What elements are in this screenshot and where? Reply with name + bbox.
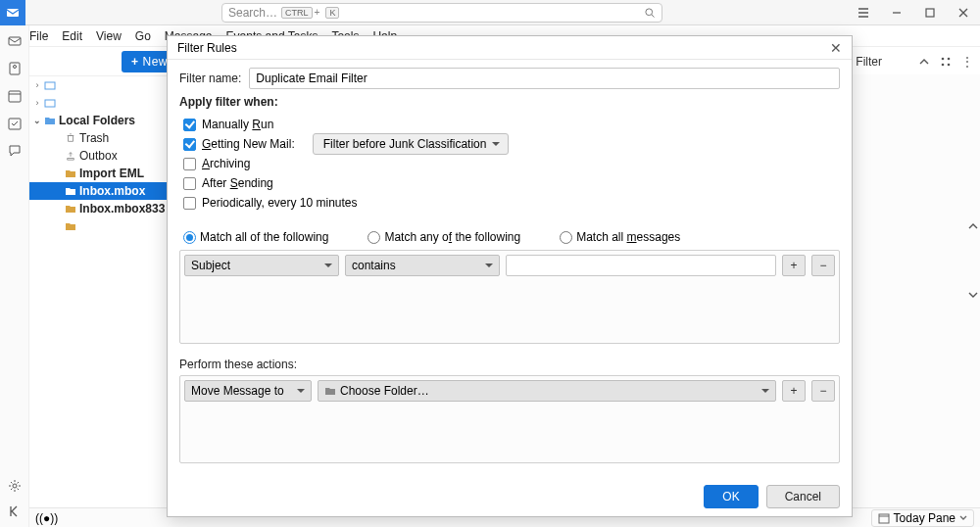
dialog-footer: OK Cancel xyxy=(168,477,852,516)
kbd-ctrl: CTRL xyxy=(281,7,313,19)
mail-space-icon[interactable] xyxy=(7,33,23,49)
tasks-space-icon[interactable] xyxy=(7,116,23,131)
chevron-down-icon xyxy=(761,384,769,398)
radio-match-all[interactable]: Match all of the following xyxy=(183,230,328,244)
menu-file[interactable]: File xyxy=(29,29,48,43)
window-close-button[interactable] xyxy=(947,0,980,25)
add-action-button[interactable]: + xyxy=(782,380,806,402)
menu-edit[interactable]: Edit xyxy=(62,29,82,43)
svg-point-15 xyxy=(13,484,17,488)
chevron-down-icon xyxy=(297,384,305,398)
checkbox-getting-new-mail[interactable] xyxy=(183,138,196,151)
scroll-down-icon[interactable] xyxy=(968,290,978,300)
dialog-close-button[interactable]: ✕ xyxy=(830,40,842,56)
svg-rect-16 xyxy=(45,82,55,89)
hamburger-menu-button[interactable] xyxy=(847,0,880,25)
dialog-titlebar: Filter Rules ✕ xyxy=(168,36,852,60)
today-pane-toggle[interactable]: Today Pane xyxy=(871,509,974,527)
chevron-down-icon xyxy=(324,259,332,272)
menu-view[interactable]: View xyxy=(96,29,122,43)
sync-activity-icon[interactable]: ((●)) xyxy=(35,511,58,525)
spaces-toolbar xyxy=(0,25,29,527)
svg-point-7 xyxy=(942,63,945,66)
search-placeholder: Search… xyxy=(228,6,277,20)
folder-icon xyxy=(65,204,76,214)
settings-space-icon[interactable] xyxy=(7,478,23,494)
label-archiving: Archiving xyxy=(202,157,250,170)
more-icon[interactable]: ⋮ xyxy=(960,55,974,69)
condition-value-input[interactable] xyxy=(506,255,776,276)
actions-container: Move Message to Choose Folder… + − xyxy=(179,375,840,463)
chevron-down-icon xyxy=(485,259,493,272)
label-manually-run: Manually Run xyxy=(202,118,273,131)
svg-rect-18 xyxy=(879,514,889,523)
label-getting-new-mail: Getting New Mail: xyxy=(202,137,295,151)
menu-go[interactable]: Go xyxy=(135,29,151,43)
radio-match-all-messages[interactable]: Match all messages xyxy=(560,230,680,244)
window-maximize-button[interactable] xyxy=(913,0,947,25)
folder-icon xyxy=(324,386,336,396)
grid-icon[interactable] xyxy=(939,55,953,69)
add-condition-button[interactable]: + xyxy=(782,255,806,276)
app-icon xyxy=(0,0,25,25)
collapse-rail-icon[interactable] xyxy=(7,503,23,519)
perform-actions-label: Perform these actions: xyxy=(179,358,840,371)
svg-point-11 xyxy=(13,66,16,69)
svg-rect-0 xyxy=(7,9,19,17)
label-after-sending: After Sending xyxy=(202,176,273,190)
chevron-down-icon xyxy=(959,514,967,522)
filter-name-input[interactable] xyxy=(249,68,840,89)
folder-icon xyxy=(65,221,76,231)
dialog-title: Filter Rules xyxy=(177,41,237,55)
condition-operator-select[interactable]: contains xyxy=(345,255,500,276)
window-minimize-button[interactable] xyxy=(880,0,913,25)
folder-icon xyxy=(65,186,76,196)
filter-rules-dialog: Filter Rules ✕ Filter name: Apply filter… xyxy=(167,35,853,517)
search-icon xyxy=(644,7,656,19)
chat-space-icon[interactable] xyxy=(7,143,23,159)
remove-condition-button[interactable]: − xyxy=(811,255,835,276)
ok-button[interactable]: OK xyxy=(704,485,758,508)
checkbox-manually-run[interactable] xyxy=(183,119,196,131)
timing-select[interactable]: Filter before Junk Classification xyxy=(313,133,510,155)
kbd-k: K xyxy=(325,7,339,19)
calendar-space-icon[interactable] xyxy=(7,88,23,104)
svg-rect-17 xyxy=(45,100,55,107)
outbox-icon xyxy=(65,151,76,161)
calendar-icon xyxy=(878,512,890,524)
folder-icon xyxy=(65,168,76,178)
condition-field-select[interactable]: Subject xyxy=(184,255,339,276)
title-bar: Search… CTRL + K xyxy=(0,0,980,25)
checkbox-periodically[interactable] xyxy=(183,197,196,210)
svg-rect-12 xyxy=(9,91,21,102)
cancel-button[interactable]: Cancel xyxy=(766,485,840,508)
condition-row: Subject contains + − xyxy=(184,255,835,276)
radio-match-any[interactable]: Match any of the following xyxy=(368,230,520,244)
apply-when-label: Apply filter when: xyxy=(179,95,278,109)
collapse-up-button[interactable] xyxy=(917,55,931,69)
chevron-down-icon xyxy=(492,137,500,151)
svg-rect-9 xyxy=(9,37,21,45)
scroll-up-icon[interactable] xyxy=(968,221,978,231)
action-row: Move Message to Choose Folder… + − xyxy=(184,380,835,402)
global-search-input[interactable]: Search… CTRL + K xyxy=(221,3,662,23)
svg-point-1 xyxy=(646,8,653,15)
remove-action-button[interactable]: − xyxy=(811,380,835,402)
trash-icon xyxy=(65,133,76,143)
checkbox-archiving[interactable] xyxy=(183,158,196,170)
svg-point-5 xyxy=(942,57,945,60)
action-folder-select[interactable]: Choose Folder… xyxy=(318,380,776,402)
svg-point-8 xyxy=(948,63,951,66)
address-book-space-icon[interactable] xyxy=(7,61,23,76)
checkbox-after-sending[interactable] xyxy=(183,177,196,190)
plus-icon: + xyxy=(131,55,139,69)
svg-point-6 xyxy=(948,57,951,60)
action-type-select[interactable]: Move Message to xyxy=(184,380,312,402)
conditions-container: Subject contains + − xyxy=(179,250,840,344)
svg-rect-4 xyxy=(926,9,934,17)
filter-name-label: Filter name: xyxy=(179,72,241,85)
label-periodically: Periodically, every 10 minutes xyxy=(202,196,358,210)
svg-line-2 xyxy=(652,14,655,17)
